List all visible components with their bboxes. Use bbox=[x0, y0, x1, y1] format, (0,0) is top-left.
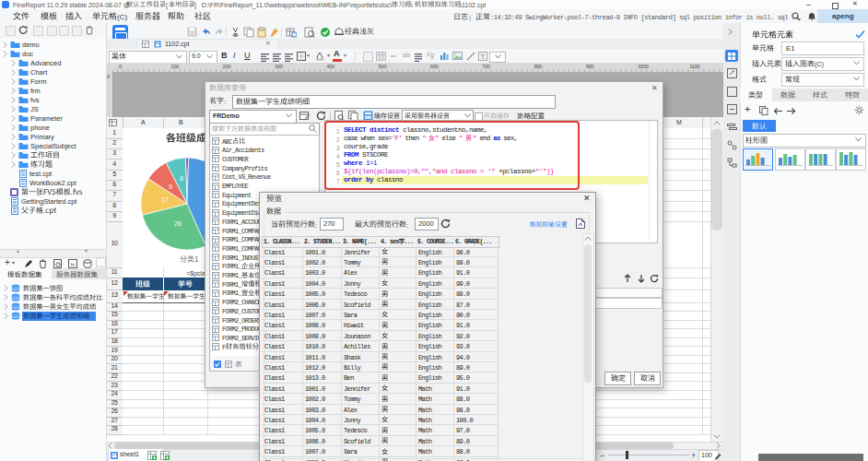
svg-text:fx: fx bbox=[71, 262, 76, 267]
svg-text:T: T bbox=[481, 53, 486, 61]
